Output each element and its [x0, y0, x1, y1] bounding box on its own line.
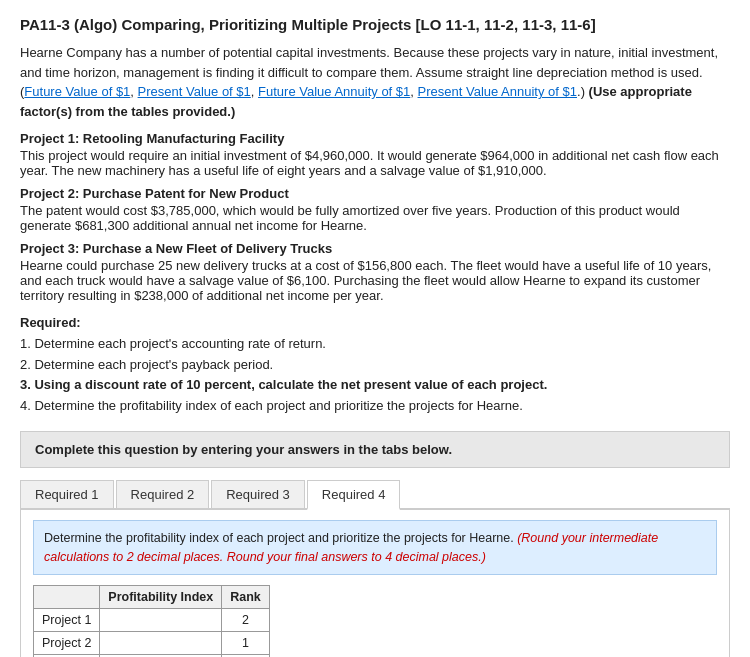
table-row: Project 1 2 [34, 609, 270, 632]
pva1-link[interactable]: Present Value Annuity of $1 [418, 84, 577, 99]
page-title: PA11-3 (Algo) Comparing, Prioritizing Mu… [20, 16, 730, 33]
instruction-box: Determine the profitability index of eac… [33, 520, 717, 576]
project-1-section: Project 1: Retooling Manufacturing Facil… [20, 131, 730, 178]
pv1-link[interactable]: Present Value of $1 [138, 84, 251, 99]
col-header-label [34, 586, 100, 609]
profitability-table: Profitability Index Rank Project 1 2 Pro… [33, 585, 270, 657]
intro-paragraph: Hearne Company has a number of potential… [20, 43, 730, 121]
col-header-rank: Rank [222, 586, 270, 609]
fva1-link[interactable]: Future Value Annuity of $1 [258, 84, 410, 99]
project-1-rank: 2 [222, 609, 270, 632]
project-1-title: Project 1: Retooling Manufacturing Facil… [20, 131, 730, 146]
project-1-pi-cell [100, 609, 222, 632]
project-3-title: Project 3: Purchase a New Fleet of Deliv… [20, 241, 730, 256]
project-2-pi-input[interactable] [100, 632, 190, 654]
tab-required-4[interactable]: Required 4 [307, 480, 401, 510]
project-2-title: Project 2: Purchase Patent for New Produ… [20, 186, 730, 201]
project-1-body: This project would require an initial in… [20, 148, 730, 178]
fv1-link[interactable]: Future Value of $1 [24, 84, 130, 99]
required-label: Required: [20, 315, 81, 330]
tab-required-2[interactable]: Required 2 [116, 480, 210, 508]
project-1-pi-input[interactable] [100, 609, 190, 631]
table-row: Project 2 1 [34, 632, 270, 655]
tab-content: Determine the profitability index of eac… [20, 510, 730, 657]
required-item-4: 4. Determine the profitability index of … [20, 396, 730, 417]
required-item-3: 3. Using a discount rate of 10 percent, … [20, 377, 547, 392]
tab-required-1[interactable]: Required 1 [20, 480, 114, 508]
col-header-pi: Profitability Index [100, 586, 222, 609]
project-2-pi-cell [100, 632, 222, 655]
project-3-body: Hearne could purchase 25 new delivery tr… [20, 258, 730, 303]
required-item-2: 2. Determine each project's payback peri… [20, 355, 730, 376]
project-2-body: The patent would cost $3,785,000, which … [20, 203, 730, 233]
tabs-container: Required 1 Required 2 Required 3 Require… [20, 480, 730, 510]
project-1-label: Project 1 [34, 609, 100, 632]
project-2-label: Project 2 [34, 632, 100, 655]
project-2-rank: 1 [222, 632, 270, 655]
tab-required-3[interactable]: Required 3 [211, 480, 305, 508]
project-3-section: Project 3: Purchase a New Fleet of Deliv… [20, 241, 730, 303]
required-section: Required: 1. Determine each project's ac… [20, 313, 730, 417]
required-item-1: 1. Determine each project's accounting r… [20, 334, 730, 355]
instruction-text: Determine the profitability index of eac… [44, 531, 514, 545]
complete-box: Complete this question by entering your … [20, 431, 730, 468]
project-2-section: Project 2: Purchase Patent for New Produ… [20, 186, 730, 233]
